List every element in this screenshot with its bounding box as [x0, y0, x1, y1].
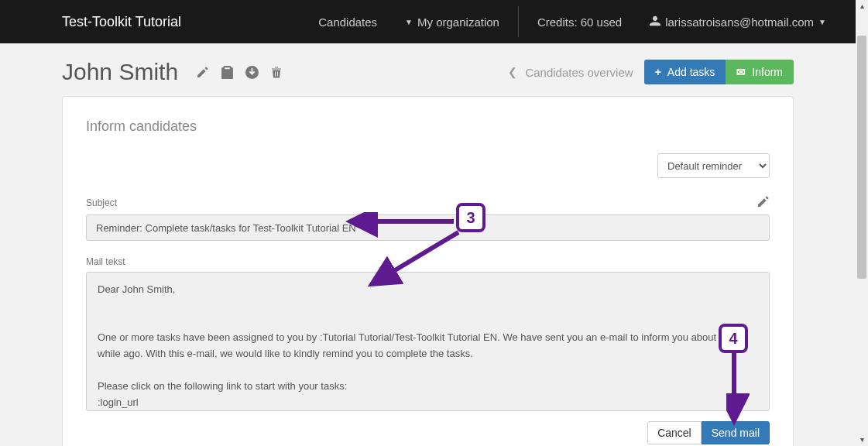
send-mail-button[interactable]: Send mail	[702, 421, 770, 444]
caret-down-icon: ▼	[405, 18, 413, 26]
reminder-select[interactable]: Default reminder	[657, 153, 770, 178]
chevron-left-icon: ❮	[508, 66, 517, 78]
nav-user[interactable]: larissatroisans@hotmail.com ▼	[636, 0, 840, 43]
subject-label: Subject	[86, 197, 757, 208]
scroll-down-icon[interactable]: ▾	[856, 434, 868, 446]
nav-credits[interactable]: Credits: 60 used	[523, 0, 636, 43]
nav-candidates[interactable]: Candidates	[304, 0, 391, 43]
envelope-icon: ✉	[736, 66, 746, 78]
overview-link-label: Candidates overview	[525, 66, 633, 79]
nav-my-organization[interactable]: ▼ My organization	[391, 0, 513, 43]
page-title: John Smith	[62, 59, 178, 85]
nav-my-org-label: My organization	[417, 15, 499, 29]
candidates-overview-link[interactable]: ❮ Candidates overview	[508, 66, 633, 79]
scroll-thumb[interactable]	[857, 36, 866, 279]
page-scrollbar[interactable]: ▴ ▾	[856, 0, 868, 446]
edit-subject-icon[interactable]	[757, 195, 770, 210]
user-icon	[650, 15, 660, 29]
inform-button[interactable]: ✉ Inform	[726, 60, 794, 84]
add-tasks-button[interactable]: + Add tasks	[644, 60, 726, 84]
scroll-up-icon[interactable]: ▴	[856, 0, 868, 12]
subject-input[interactable]	[86, 214, 770, 241]
inform-label: Inform	[752, 66, 783, 78]
nav-divider	[518, 6, 519, 37]
cancel-button[interactable]: Cancel	[647, 421, 702, 444]
caret-down-icon: ▼	[818, 18, 826, 26]
clipboard-icon[interactable]	[221, 66, 233, 79]
brand-title: Test-Toolkit Tutorial	[15, 14, 181, 30]
trash-icon[interactable]	[271, 66, 282, 79]
mail-body-textarea[interactable]	[86, 272, 770, 411]
mail-body-label: Mail tekst	[86, 256, 770, 267]
plus-icon: +	[655, 66, 661, 78]
nav-user-label: larissatroisans@hotmail.com	[665, 15, 814, 29]
edit-icon[interactable]	[197, 66, 209, 78]
card-title: Inform candidates	[86, 118, 770, 135]
add-tasks-label: Add tasks	[667, 66, 715, 78]
download-icon[interactable]	[245, 66, 259, 79]
